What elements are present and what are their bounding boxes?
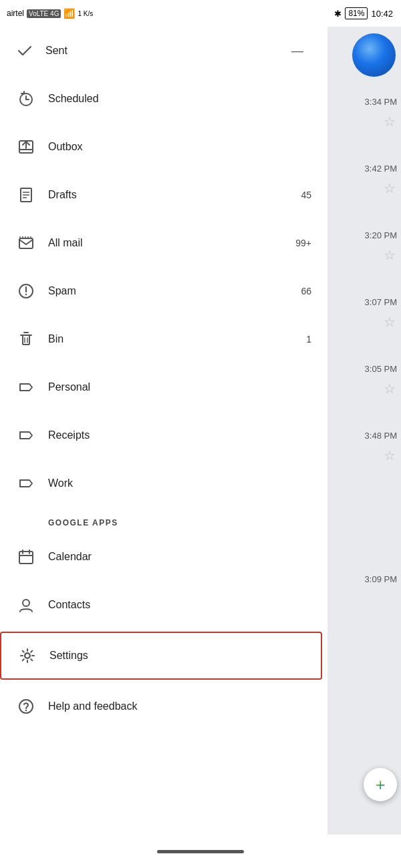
outbox-icon-wrap [11,138,41,156]
status-right: ✱ 81% 10:42 [334,7,393,19]
main-layout: Sent — Scheduled [0,27,401,868]
bin-label: Bin [48,333,306,345]
compose-plus-icon: + [375,776,385,793]
help-label: Help and feedback [48,700,317,712]
outbox-icon [17,138,35,156]
svg-rect-8 [19,238,33,248]
scheduled-icon [17,90,35,107]
status-bar: airtel VoLTE 4G 📶 1 K/s ✱ 81% 10:42 [0,0,401,27]
svg-point-26 [25,710,27,711]
spam-label: Spam [48,285,301,297]
help-icon-wrap [11,698,41,715]
all-mail-badge: 99+ [295,238,311,248]
email-time-3: 3:20 PM [365,230,397,240]
spam-badge: 66 [301,286,311,296]
personal-label-icon [17,379,35,396]
avatar-image [352,33,396,77]
outbox-label: Outbox [48,141,317,153]
bottom-bar [0,835,401,868]
svg-rect-14 [23,335,29,345]
contacts-icon-wrap [11,596,41,614]
all-mail-icon-wrap [11,234,41,252]
contacts-icon [17,596,35,614]
sent-partial-icon-wrap [11,42,39,59]
settings-icon-wrap [12,647,43,664]
data-speed: 1 K/s [78,10,93,17]
compose-fab[interactable]: + [364,768,397,801]
all-mail-icon [17,234,35,252]
sidebar: Sent — Scheduled [0,27,327,868]
scheduled-label: Scheduled [48,93,317,105]
sidebar-item-contacts[interactable]: Contacts [0,581,327,629]
drafts-label: Drafts [48,189,301,201]
svg-point-22 [23,600,29,606]
work-label-icon-wrap [11,475,41,492]
help-icon [17,698,35,715]
sent-icon [16,42,33,59]
right-panel: 3:34 PM ☆ 3:42 PM ☆ 3:20 PM ☆ 3:07 PM ☆ … [327,27,401,868]
sidebar-item-work[interactable]: Work [0,459,327,507]
calendar-label: Calendar [48,551,317,563]
spam-icon-wrap [11,282,41,300]
receipts-label-icon-wrap [11,427,41,444]
receipts-label-icon [17,427,35,444]
google-apps-section-label: GOOGLE APPS [0,507,327,533]
sidebar-item-drafts[interactable]: Drafts 45 [0,171,327,219]
star-icon-6[interactable]: ☆ [384,447,396,463]
bluetooth-icon: ✱ [334,9,342,19]
star-icon-1[interactable]: ☆ [384,114,396,130]
status-left: airtel VoLTE 4G 📶 1 K/s [7,8,93,19]
email-time-2: 3:42 PM [365,164,397,174]
svg-rect-18 [19,552,33,564]
sidebar-item-receipts[interactable]: Receipts [0,411,327,459]
spam-icon [17,282,35,300]
carrier-text: airtel [7,9,24,18]
email-time-6: 3:48 PM [365,431,397,441]
sidebar-item-personal[interactable]: Personal [0,363,327,411]
star-icon-5[interactable]: ☆ [384,381,396,397]
settings-icon [19,647,36,664]
drafts-icon-wrap [11,186,41,204]
sidebar-item-scheduled[interactable]: Scheduled [0,75,327,123]
svg-point-12 [25,294,27,295]
star-icon-2[interactable]: ☆ [384,180,396,196]
network-type: VoLTE 4G [27,9,61,18]
receipts-label: Receipts [48,429,317,441]
sidebar-item-sent-partial[interactable]: Sent — [0,27,327,75]
all-mail-label: All mail [48,237,295,249]
sidebar-item-bin[interactable]: Bin 1 [0,315,327,363]
sidebar-item-help[interactable]: Help and feedback [0,682,327,730]
email-time-5: 3:05 PM [365,364,397,374]
scheduled-icon-wrap [11,90,41,107]
bin-icon-wrap [11,331,41,348]
bin-icon [17,331,35,348]
svg-point-24 [25,654,30,658]
drafts-badge: 45 [301,190,311,200]
battery-icon: 81% [345,7,368,19]
email-time-7: 3:09 PM [365,574,397,584]
work-label: Work [48,477,317,489]
sidebar-item-spam[interactable]: Spam 66 [0,267,327,315]
sidebar-item-all-mail[interactable]: All mail 99+ [0,219,327,267]
sent-partial-dash: — [291,44,303,58]
email-time-1: 3:34 PM [365,97,397,107]
sidebar-item-outbox[interactable]: Outbox [0,123,327,171]
calendar-icon [17,548,35,566]
personal-label-icon-wrap [11,379,41,396]
sidebar-item-calendar[interactable]: Calendar [0,533,327,581]
star-icon-3[interactable]: ☆ [384,247,396,263]
calendar-icon-wrap [11,548,41,566]
home-indicator[interactable] [157,850,244,853]
signal-icon: 📶 [63,8,75,19]
email-time-4: 3:07 PM [365,297,397,307]
work-label-icon [17,475,35,492]
personal-label: Personal [48,381,317,393]
avatar[interactable] [352,33,396,77]
bin-badge: 1 [306,334,311,345]
drafts-icon [17,186,35,204]
time-display: 10:42 [371,9,393,19]
sidebar-item-settings[interactable]: Settings [0,632,322,680]
star-icon-4[interactable]: ☆ [384,314,396,330]
settings-label: Settings [49,650,310,662]
sent-partial-label: Sent [45,45,291,57]
